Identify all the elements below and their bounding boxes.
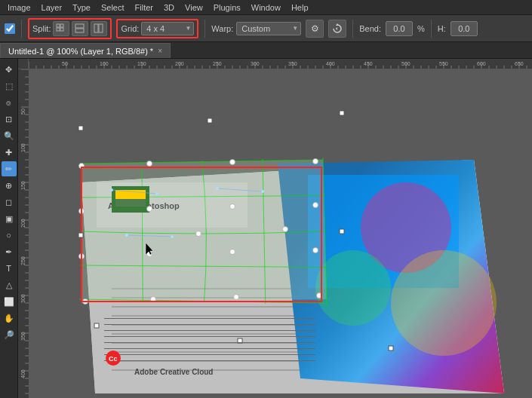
- menu-select[interactable]: Select: [97, 2, 129, 13]
- menu-type[interactable]: Type: [68, 2, 95, 13]
- ruler-top: [29, 59, 532, 69]
- zoom-tool[interactable]: 🔎: [2, 327, 17, 342]
- select-tool[interactable]: ⬚: [2, 78, 17, 93]
- h-label: H:: [438, 24, 446, 33]
- split-section: Split:: [28, 18, 112, 39]
- crop-tool[interactable]: ⊡: [2, 112, 17, 127]
- gear-icon: ⚙: [311, 23, 319, 34]
- grid-label: Grid:: [121, 24, 139, 33]
- move-tool[interactable]: ✥: [2, 62, 17, 77]
- warp-section: Warp: Custom Arc Arc Lower Arc Upper Arc…: [211, 22, 301, 35]
- ruler-top-canvas: [29, 59, 532, 69]
- fill-tool[interactable]: ▣: [2, 211, 17, 226]
- rotate-button[interactable]: [328, 20, 346, 38]
- ruler-corner: [18, 59, 29, 69]
- svg-rect-6: [94, 24, 98, 32]
- canvas-area[interactable]: [18, 59, 532, 398]
- menu-layer[interactable]: Layer: [37, 2, 67, 13]
- tab-close-button[interactable]: ×: [158, 47, 162, 55]
- type-tool[interactable]: T: [2, 261, 17, 276]
- canvas-content: [29, 69, 532, 398]
- svg-rect-7: [99, 24, 103, 32]
- menu-image[interactable]: Image: [3, 2, 35, 13]
- svg-rect-3: [60, 28, 63, 31]
- tab-bar: Untitled-1 @ 100% (Layer 1, RGB/8#) * ×: [0, 42, 532, 59]
- path-tool[interactable]: △: [2, 277, 17, 292]
- pen-tool[interactable]: ✒: [2, 244, 17, 259]
- ruler-left: [18, 69, 29, 398]
- rotate-icon: [332, 23, 343, 34]
- bend-label: Bend:: [359, 24, 381, 33]
- split-label: Split:: [32, 24, 51, 33]
- toolbar: Split: Grid:: [0, 15, 532, 42]
- svg-rect-4: [75, 24, 84, 28]
- split-horizontal-button[interactable]: [91, 21, 107, 36]
- split-horizontal-icon: [94, 23, 104, 34]
- menu-help[interactable]: Help: [287, 2, 313, 13]
- separator-3: [352, 20, 353, 38]
- eyedropper-tool[interactable]: 🔍: [2, 128, 17, 143]
- menu-filter[interactable]: Filter: [131, 2, 158, 13]
- separator-1: [21, 20, 22, 38]
- menu-view[interactable]: View: [180, 2, 208, 13]
- grid-select[interactable]: 4 x 4 3 x 3 2 x 2 5 x 5: [141, 22, 194, 35]
- svg-rect-2: [57, 28, 60, 31]
- shape-tool[interactable]: ⬜: [2, 294, 17, 309]
- menu-3d[interactable]: 3D: [159, 2, 179, 13]
- svg-rect-1: [60, 24, 63, 27]
- warp-select[interactable]: Custom Arc Arc Lower Arc Upper Arch Bulg…: [236, 22, 301, 35]
- percent-label: %: [417, 24, 425, 33]
- brush-tool[interactable]: ✏: [2, 161, 17, 176]
- lasso-tool[interactable]: ⌾: [2, 95, 17, 110]
- svg-rect-5: [75, 29, 84, 32]
- split-grid-icon: [56, 23, 66, 34]
- menu-plugins[interactable]: Plugins: [209, 2, 245, 13]
- split-vertical-button[interactable]: [72, 21, 88, 36]
- gear-button[interactable]: ⚙: [306, 20, 324, 38]
- menu-bar: Image Layer Type Select Filter 3D View P…: [0, 0, 532, 15]
- clone-tool[interactable]: ⊕: [2, 178, 17, 193]
- tab-title: Untitled-1 @ 100% (Layer 1, RGB/8#) *: [8, 47, 153, 56]
- toolbar-checkbox[interactable]: [5, 23, 15, 34]
- heal-tool[interactable]: ✚: [2, 145, 17, 160]
- split-vertical-icon: [75, 23, 85, 34]
- main-area: ✥ ⬚ ⌾ ⊡ 🔍 ✚ ✏ ⊕ ◻ ▣ ○ ✒ T △ ⬜ ✋ 🔎: [0, 59, 532, 398]
- dodge-tool[interactable]: ○: [2, 228, 17, 243]
- separator-4: [431, 20, 432, 38]
- warp-select-wrapper: Custom Arc Arc Lower Arc Upper Arch Bulg…: [236, 22, 301, 35]
- warp-label: Warp:: [211, 24, 233, 33]
- split-grid-button[interactable]: [53, 21, 69, 36]
- grid-section: Grid: 4 x 4 3 x 3 2 x 2 5 x 5 ▼: [116, 19, 198, 38]
- ruler-left-canvas: [18, 69, 29, 398]
- bend-input[interactable]: [386, 21, 413, 36]
- left-panel: ✥ ⬚ ⌾ ⊡ 🔍 ✚ ✏ ⊕ ◻ ▣ ○ ✒ T △ ⬜ ✋ 🔎: [0, 59, 18, 398]
- separator-2: [204, 20, 205, 38]
- main-canvas[interactable]: [29, 69, 527, 393]
- eraser-tool[interactable]: ◻: [2, 194, 17, 210]
- menu-window[interactable]: Window: [247, 2, 285, 13]
- h-input[interactable]: [451, 21, 478, 36]
- hand-tool[interactable]: ✋: [2, 311, 17, 326]
- grid-select-wrapper: 4 x 4 3 x 3 2 x 2 5 x 5 ▼: [141, 22, 194, 35]
- document-tab[interactable]: Untitled-1 @ 100% (Layer 1, RGB/8#) * ×: [0, 43, 171, 58]
- svg-rect-0: [57, 24, 60, 27]
